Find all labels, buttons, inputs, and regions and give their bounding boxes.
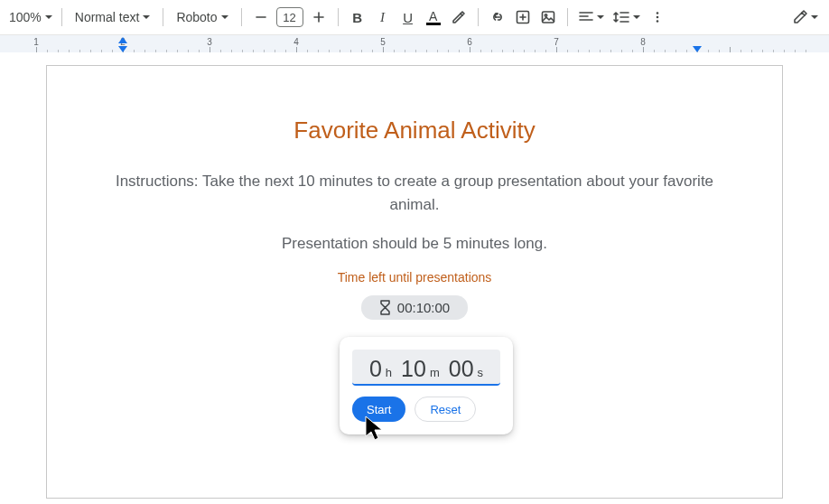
document-canvas: Favorite Animal Activity Instructions: T… — [0, 52, 829, 499]
svg-rect-7 — [542, 12, 554, 23]
align-dropdown[interactable] — [575, 5, 608, 29]
more-toolbar-button[interactable] — [646, 5, 669, 29]
document-page[interactable]: Favorite Animal Activity Instructions: T… — [46, 65, 783, 499]
document-note[interactable]: Time left until presentations — [110, 270, 719, 285]
ruler-tick — [448, 50, 449, 52]
ruler-tick — [350, 50, 351, 52]
decrease-font-size-button[interactable] — [249, 5, 273, 29]
ruler-tick — [589, 50, 590, 52]
ruler-number: 3 — [207, 37, 212, 47]
timer-chip-value: 00:10:00 — [397, 300, 450, 315]
ruler-tick — [69, 50, 70, 52]
increase-font-size-button[interactable] — [307, 5, 331, 29]
toolbar-separator — [61, 8, 62, 26]
timer-seconds: 00 — [449, 353, 474, 384]
ruler-tick — [513, 50, 514, 52]
bold-label: B — [352, 10, 362, 25]
font-size-input[interactable]: 12 — [276, 7, 303, 27]
ruler-tick — [545, 50, 546, 52]
ruler-tick — [437, 50, 438, 52]
ruler-tick — [329, 50, 330, 52]
document-title[interactable]: Favorite Animal Activity — [110, 117, 719, 145]
toolbar-separator — [478, 8, 479, 26]
zoom-dropdown[interactable]: 100% — [7, 5, 54, 29]
ruler-tick — [296, 47, 297, 52]
ruler-tick — [166, 50, 167, 52]
timer-display[interactable]: 0 h 10 m 00 s — [352, 350, 500, 386]
ruler-tick — [730, 47, 731, 52]
timer-hours: 0 — [369, 353, 382, 384]
text-color-button[interactable]: A — [422, 5, 445, 29]
image-icon — [540, 9, 556, 25]
editing-mode-dropdown[interactable] — [789, 5, 822, 29]
ruler-number: 7 — [554, 37, 559, 47]
ruler-tick — [199, 50, 200, 52]
start-button-label: Start — [367, 403, 391, 416]
ruler-tick — [231, 50, 232, 52]
ruler-tick — [144, 50, 145, 52]
ruler[interactable]: 12345678 — [0, 34, 829, 52]
font-size-group: 12 — [249, 5, 331, 29]
ruler-tick — [36, 47, 37, 52]
ruler-tick — [762, 50, 763, 52]
font-size-value: 12 — [283, 11, 295, 24]
start-button[interactable]: Start — [352, 397, 405, 422]
toolbar: 100% Normal text Roboto 12 B I U A — [0, 0, 829, 34]
text-color-label: A — [429, 10, 437, 23]
add-comment-button[interactable] — [511, 5, 535, 29]
ruler-tick — [394, 50, 395, 52]
ruler-tick — [210, 47, 210, 52]
ruler-tick — [264, 50, 265, 52]
link-icon — [489, 9, 506, 25]
pencil-icon — [793, 10, 807, 24]
line-spacing-icon — [613, 10, 629, 24]
font-family-dropdown[interactable]: Roboto — [171, 5, 233, 29]
ruler-number: 4 — [293, 37, 299, 47]
chevron-down-icon — [45, 15, 52, 20]
ruler-tick — [90, 50, 91, 52]
ruler-tick — [58, 50, 59, 52]
ruler-tick — [610, 50, 611, 52]
bold-button[interactable]: B — [346, 5, 369, 29]
italic-label: I — [380, 10, 385, 25]
insert-link-button[interactable] — [486, 5, 509, 29]
first-line-indent-marker[interactable] — [118, 46, 127, 52]
timer-hours-unit: h — [386, 366, 392, 379]
ruler-tick — [675, 50, 676, 52]
svg-point-17 — [656, 16, 658, 19]
line-spacing-dropdown[interactable] — [610, 5, 644, 29]
ruler-tick — [307, 50, 308, 52]
hourglass-icon — [379, 300, 391, 315]
ruler-tick — [383, 47, 384, 52]
underline-button[interactable]: U — [396, 5, 420, 29]
ruler-tick — [502, 50, 503, 52]
ruler-tick — [47, 50, 48, 52]
document-paragraph[interactable]: Instructions: Take the next 10 minutes t… — [110, 170, 719, 218]
ruler-tick — [708, 50, 709, 52]
ruler-tick — [632, 50, 633, 52]
chevron-down-icon — [597, 15, 604, 20]
ruler-tick — [524, 50, 525, 52]
ruler-tick — [220, 50, 221, 52]
ruler-tick — [773, 50, 774, 52]
reset-button[interactable]: Reset — [414, 397, 476, 422]
ruler-tick — [361, 50, 362, 52]
chevron-down-icon — [633, 15, 640, 20]
svg-point-16 — [656, 12, 658, 14]
highlight-color-button[interactable] — [447, 5, 470, 29]
ruler-tick — [372, 50, 373, 52]
timer-chip[interactable]: 00:10:00 — [361, 295, 468, 320]
paragraph-style-dropdown[interactable]: Normal text — [70, 5, 156, 29]
right-indent-marker[interactable] — [693, 46, 702, 52]
ruler-tick — [275, 50, 275, 52]
italic-button[interactable]: I — [371, 5, 395, 29]
left-indent-marker[interactable] — [118, 37, 127, 43]
insert-image-button[interactable] — [536, 5, 560, 29]
document-paragraph[interactable]: Presentation should be 5 minutes long. — [110, 232, 719, 256]
toolbar-separator — [567, 8, 568, 26]
ruler-number: 1 — [33, 37, 39, 47]
ruler-tick — [253, 50, 254, 52]
highlighter-icon — [451, 9, 467, 25]
align-left-icon — [579, 11, 593, 23]
ruler-tick — [188, 50, 189, 52]
